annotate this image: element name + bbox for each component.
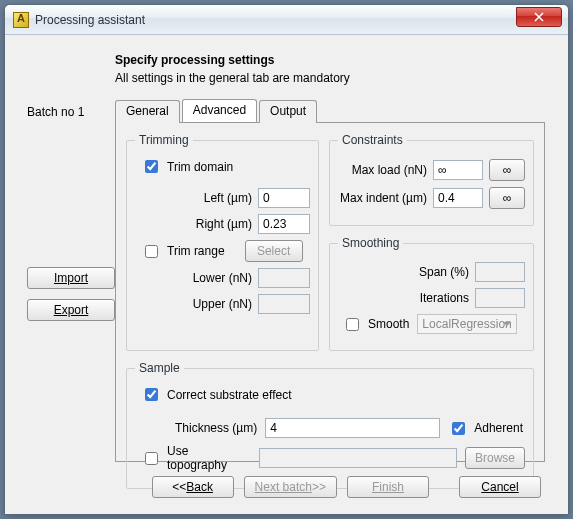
max-indent-label: Max indent (µm) [340,191,427,205]
trim-range-label: Trim range [167,244,225,258]
max-load-infinity-button[interactable]: ∞ [489,159,525,181]
span-label: Span (%) [419,265,469,279]
thickness-label: Thickness (µm) [175,421,257,435]
window: Processing assistant Specify processing … [4,4,569,515]
right-input[interactable] [258,214,310,234]
max-load-label: Max load (nN) [352,163,427,177]
select-button[interactable]: Select [245,240,303,262]
next-button[interactable]: Next batch >> [244,476,337,498]
cancel-button[interactable]: Cancel [459,476,541,498]
trim-domain-checkbox[interactable] [145,160,158,173]
smooth-checkbox[interactable] [346,318,359,331]
span-input [475,262,525,282]
smoothing-method-select[interactable]: LocalRegression [417,314,517,334]
correct-substrate-checkbox[interactable] [145,388,158,401]
wizard-footer: << Back Next batch >> Finish Cancel [115,476,541,498]
constraints-group: Constraints Max load (nN)∞ Max indent (µ… [329,133,534,226]
use-topography-checkbox[interactable] [145,452,158,465]
max-indent-infinity-button[interactable]: ∞ [489,187,525,209]
left-label: Left (µm) [204,191,252,205]
correct-substrate-label: Correct substrate effect [167,388,292,402]
close-icon [534,12,544,22]
close-button[interactable] [516,7,562,27]
tab-advanced[interactable]: Advanced [182,99,257,122]
trimming-legend: Trimming [135,133,193,147]
upper-label: Upper (nN) [193,297,252,311]
page-subtitle: All settings in the general tab are mand… [115,71,546,85]
thickness-input[interactable] [265,418,440,438]
export-button[interactable]: Export [27,299,115,321]
finish-button[interactable]: Finish [347,476,429,498]
back-button[interactable]: << Back [152,476,234,498]
sample-group: Sample Correct substrate effect Thicknes… [126,361,534,489]
upper-input [258,294,310,314]
tab-general[interactable]: General [115,100,180,123]
client-area: Specify processing settings All settings… [5,35,568,514]
left-input[interactable] [258,188,310,208]
titlebar: Processing assistant [5,5,568,35]
lower-input [258,268,310,288]
smoothing-group: Smoothing Span (%) Iterations Smooth Loc… [329,236,534,351]
smooth-label: Smooth [368,317,409,331]
trimming-group: Trimming Trim domain Left (µm) Right (µm… [126,133,319,351]
constraints-legend: Constraints [338,133,407,147]
import-button[interactable]: Import [27,267,115,289]
use-topography-label: Use topography [167,444,251,472]
browse-button[interactable]: Browse [465,447,525,469]
page-title: Specify processing settings [115,53,546,67]
tab-output[interactable]: Output [259,100,317,123]
trim-domain-label: Trim domain [167,160,233,174]
right-label: Right (µm) [196,217,252,231]
tab-panel-advanced: Trimming Trim domain Left (µm) Right (µm… [115,122,545,462]
app-icon [13,12,29,28]
trim-range-checkbox[interactable] [145,245,158,258]
adherent-checkbox[interactable] [452,422,465,435]
adherent-label: Adherent [474,421,523,435]
sample-legend: Sample [135,361,184,375]
iterations-label: Iterations [420,291,469,305]
topography-path-input [259,448,457,468]
lower-label: Lower (nN) [193,271,252,285]
batch-label: Batch no 1 [27,105,115,119]
window-title: Processing assistant [35,13,145,27]
max-load-input[interactable] [433,160,483,180]
max-indent-input[interactable] [433,188,483,208]
iterations-input [475,288,525,308]
smoothing-legend: Smoothing [338,236,403,250]
tab-bar: General Advanced Output [115,99,545,123]
